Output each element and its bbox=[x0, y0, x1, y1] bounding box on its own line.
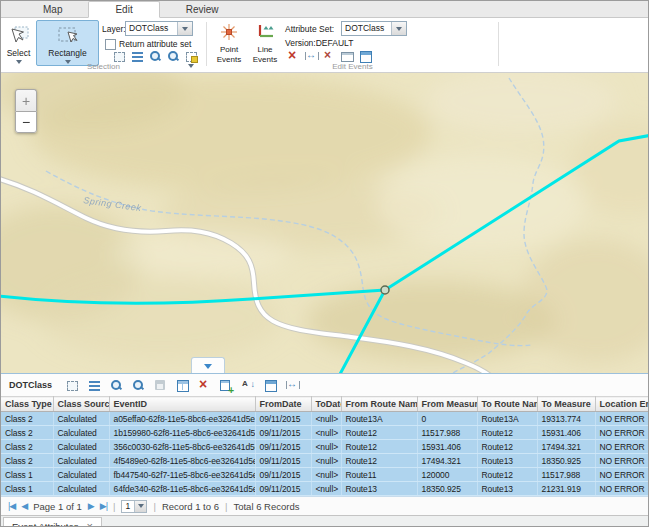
rectangle-tool-button[interactable]: Rectangle bbox=[36, 20, 99, 66]
grid-cell: 09/11/2015 bbox=[255, 454, 311, 468]
previous-page-button[interactable]: ◀ bbox=[21, 501, 27, 511]
column-header[interactable]: To Measure bbox=[537, 397, 595, 412]
table-row[interactable]: Class 2Calculated1b159980-62f8-11e5-8bc6… bbox=[1, 426, 649, 440]
map-canvas[interactable]: Spring Creek + − bbox=[1, 73, 648, 373]
grid-cell: Class 2 bbox=[1, 454, 53, 468]
table-row[interactable]: Class 2Calculated356c0030-62f8-11e5-8bc6… bbox=[1, 440, 649, 454]
dropdown-button[interactable] bbox=[177, 22, 192, 35]
collapse-panel-button[interactable] bbox=[191, 357, 225, 373]
edit-events-group: Point Events Line Events Attribute Set: … bbox=[207, 18, 498, 72]
point-events-button[interactable]: Point Events bbox=[211, 20, 247, 66]
edit-ribbon: Select Rectangle Layer: DOTClass Return … bbox=[1, 18, 648, 73]
select-tool-button[interactable]: Select bbox=[3, 20, 34, 66]
grid-cell: Route12 bbox=[477, 440, 537, 454]
grid-cell: NO ERROR bbox=[595, 468, 649, 482]
column-header[interactable]: From Route Name bbox=[341, 397, 417, 412]
close-icon[interactable]: × bbox=[87, 521, 93, 527]
grid-cell: NO ERROR bbox=[595, 440, 649, 454]
grid-cell: Calculated bbox=[53, 454, 109, 468]
column-header[interactable]: EventID bbox=[109, 397, 255, 412]
delete-selected-icon[interactable] bbox=[198, 379, 211, 392]
grid-cell: <null> bbox=[311, 454, 341, 468]
footer-tab-label: Event Attributes bbox=[12, 521, 79, 527]
selection-group: Select Rectangle Layer: DOTClass Return … bbox=[1, 18, 206, 72]
edit-events-group-label: Edit Events bbox=[207, 62, 498, 71]
attribute-set-dropdown[interactable]: DOTClass bbox=[341, 21, 407, 36]
event-point-marker[interactable] bbox=[381, 286, 389, 294]
table-row[interactable]: Class 1Calculated64fde340-62f8-11e5-8bc6… bbox=[1, 482, 649, 496]
group-divider bbox=[498, 22, 499, 66]
grid-cell: Class 2 bbox=[1, 440, 53, 454]
split-view-icon[interactable] bbox=[286, 379, 299, 392]
grid-cell: Calculated bbox=[53, 440, 109, 454]
layer-label: Layer: bbox=[102, 24, 126, 34]
grid-cell: Route13 bbox=[477, 454, 537, 468]
grid-cell: 18350.925 bbox=[537, 454, 595, 468]
show-panel-icon[interactable] bbox=[264, 379, 277, 392]
grid-cell: Calculated bbox=[53, 426, 109, 440]
grid-cell: 09/11/2015 bbox=[255, 468, 311, 482]
ribbon-tab-bar: Map Edit Review bbox=[1, 1, 648, 18]
grid-cell: Route12 bbox=[341, 454, 417, 468]
grid-cell: 11517.988 bbox=[537, 468, 595, 482]
save-icon[interactable] bbox=[154, 379, 167, 392]
line-events-button[interactable]: Line Events bbox=[249, 20, 281, 66]
table-row[interactable]: Class 1Calculatedfb447540-62f7-11e5-8bc6… bbox=[1, 468, 649, 482]
show-menu-icon[interactable] bbox=[88, 379, 101, 392]
next-page-button[interactable]: ▶ bbox=[88, 501, 94, 511]
selection-group-label: Selection bbox=[1, 62, 206, 71]
tab-review[interactable]: Review bbox=[160, 1, 245, 17]
add-records-icon[interactable] bbox=[220, 379, 233, 392]
grid-cell: 17494.321 bbox=[537, 440, 595, 454]
page-number-dropdown[interactable]: 1 bbox=[121, 500, 147, 513]
layer-dropdown[interactable]: DOTClass bbox=[125, 21, 193, 36]
dropdown-button[interactable] bbox=[134, 501, 146, 512]
column-header[interactable]: To Route Name bbox=[477, 397, 537, 412]
grid-cell: 356c0030-62f8-11e5-8bc6-ee32641d5ec9 bbox=[109, 440, 255, 454]
chevron-down-icon bbox=[182, 27, 188, 31]
grid-toolbar: DOTClass bbox=[1, 374, 648, 396]
dropdown-button[interactable] bbox=[391, 22, 406, 35]
grid-cell: 4f5489e0-62f8-11e5-8bc6-ee32641d5ec9 bbox=[109, 454, 255, 468]
grid-cell: Route13 bbox=[341, 482, 417, 496]
tab-event-attributes[interactable]: Event Attributes × bbox=[3, 517, 102, 527]
column-header[interactable]: From Measure bbox=[417, 397, 477, 412]
rectangle-select-icon bbox=[56, 24, 80, 48]
chevron-down-icon bbox=[204, 364, 212, 369]
table-row[interactable]: Class 2Calculated4f5489e0-62f8-11e5-8bc6… bbox=[1, 454, 649, 468]
tab-map[interactable]: Map bbox=[17, 1, 88, 17]
chevron-down-icon bbox=[138, 504, 144, 508]
column-header[interactable]: Location Error bbox=[595, 397, 649, 412]
column-header[interactable]: Class Source bbox=[53, 397, 109, 412]
select-by-rectangle-icon[interactable] bbox=[66, 379, 79, 392]
pan-to-selected-icon[interactable] bbox=[132, 379, 145, 392]
grid-cell: NO ERROR bbox=[595, 426, 649, 440]
first-page-button[interactable]: |◀ bbox=[8, 501, 15, 511]
return-attribute-set-checkbox[interactable] bbox=[105, 39, 116, 50]
table-row[interactable]: Class 2Calculateda05effa0-62f8-11e5-8bc6… bbox=[1, 412, 649, 426]
map-zoom-control: + − bbox=[15, 89, 37, 133]
grid-cell: 18350.925 bbox=[417, 482, 477, 496]
column-header[interactable]: ToDate bbox=[311, 397, 341, 412]
tab-edit[interactable]: Edit bbox=[88, 1, 159, 18]
sort-icon[interactable] bbox=[242, 379, 255, 392]
zoom-to-selected-icon[interactable] bbox=[110, 379, 123, 392]
zoom-out-button[interactable]: − bbox=[15, 111, 37, 133]
column-header[interactable]: Class Type bbox=[1, 397, 53, 412]
footer-tab-bar: Event Attributes × bbox=[1, 515, 648, 527]
grid-cell: Route12 bbox=[341, 440, 417, 454]
grid-cell: a05effa0-62f8-11e5-8bc6-ee32641d5ec9 bbox=[109, 412, 255, 426]
last-page-button[interactable]: ▶| bbox=[100, 501, 107, 511]
grid-cell: Route13 bbox=[477, 482, 537, 496]
event-attribute-table: Class Type Class Source EventID FromDate… bbox=[1, 396, 649, 496]
grid-cell: <null> bbox=[311, 412, 341, 426]
column-header[interactable]: FromDate bbox=[255, 397, 311, 412]
event-attributes-panel: DOTClass Class Type Class Source E bbox=[1, 373, 648, 515]
grid-cell: Class 1 bbox=[1, 468, 53, 482]
grid-cell: Class 2 bbox=[1, 412, 53, 426]
event-editor-app: Map Edit Review Select Rectangle Layer: bbox=[0, 0, 649, 527]
basemap: Spring Creek bbox=[1, 73, 648, 373]
grid-cell: 09/11/2015 bbox=[255, 412, 311, 426]
open-table-icon[interactable] bbox=[176, 379, 189, 392]
zoom-in-button[interactable]: + bbox=[15, 89, 37, 111]
